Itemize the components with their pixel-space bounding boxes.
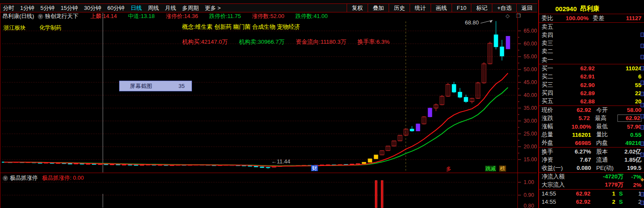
candle-body bbox=[104, 164, 108, 165]
event-badge-bang[interactable]: 榜 bbox=[499, 166, 506, 172]
price-axis-label: 35.00 bbox=[524, 105, 537, 111]
price-axis-label: 15.00 bbox=[524, 157, 537, 163]
tick-count: 1 bbox=[626, 190, 641, 197]
side-mini-icon[interactable] bbox=[641, 142, 644, 146]
signal-char-duo: 多 bbox=[446, 166, 451, 172]
side-mini-icon[interactable] bbox=[641, 114, 644, 118]
stat-value-2: 58.00 bbox=[619, 107, 642, 113]
side-mini-icon[interactable] bbox=[641, 66, 644, 70]
stat-label-1: 收益(一) bbox=[542, 164, 568, 172]
stat-label-1: 净资 bbox=[542, 156, 568, 164]
ask-row[interactable]: 卖四 bbox=[539, 31, 644, 39]
candle-body bbox=[38, 163, 42, 163]
side-mini-icon[interactable] bbox=[641, 192, 644, 196]
candle-body bbox=[110, 164, 114, 165]
side-mini-icon[interactable] bbox=[641, 33, 644, 37]
bid-row[interactable]: 买二62.916 bbox=[539, 72, 644, 81]
stat-row: 涨幅10.00%最低57.90 bbox=[539, 122, 644, 130]
bid-price: 62.90 bbox=[560, 82, 595, 88]
low-price-annotation: ←11.44 bbox=[271, 158, 291, 165]
bid-row[interactable]: 买四62.8922 bbox=[539, 89, 644, 97]
bid-label: 买三 bbox=[542, 81, 560, 89]
tick-row[interactable]: 14:5562.922S2 bbox=[539, 198, 644, 206]
moving-average-line bbox=[4, 87, 508, 166]
side-mini-icon[interactable] bbox=[641, 103, 644, 107]
tick-time: 14:55 bbox=[542, 199, 560, 205]
bid-volume: 20 bbox=[595, 98, 641, 105]
flow-percent: -7% bbox=[623, 174, 641, 180]
stat-value-1: 62.92 bbox=[568, 107, 591, 113]
bid-price: 62.91 bbox=[560, 73, 595, 80]
quote-panel: 002940 昂利康 委比100.00%委差11127卖五卖四卖三卖二卖一买一6… bbox=[538, 0, 644, 208]
candle-body bbox=[68, 164, 72, 164]
flow-value: 1779万 bbox=[576, 181, 623, 189]
ask-row[interactable]: 卖三 bbox=[539, 39, 644, 48]
side-mini-icon[interactable] bbox=[641, 201, 644, 205]
ask-label: 卖四 bbox=[542, 31, 560, 39]
side-mini-icon[interactable] bbox=[641, 81, 644, 85]
ask-label: 卖三 bbox=[542, 39, 560, 47]
stock-code: 002940 bbox=[555, 5, 577, 12]
candle-body bbox=[116, 164, 120, 165]
ask-row[interactable]: 卖二 bbox=[539, 48, 644, 56]
side-mini-icon[interactable] bbox=[641, 55, 644, 59]
bid-row[interactable]: 买三62.9055 bbox=[539, 81, 644, 89]
weibi-value: 100.00% bbox=[559, 15, 589, 21]
candle-body bbox=[98, 164, 102, 165]
side-mini-icon[interactable] bbox=[641, 153, 644, 157]
stat-label-1: 现价 bbox=[542, 106, 568, 114]
stat-row: 现价62.92今开58.00 bbox=[539, 106, 644, 114]
candle-body bbox=[494, 35, 498, 47]
moving-average-line bbox=[4, 73, 508, 166]
candle-body bbox=[374, 155, 378, 159]
price-axis-label: 40.00 bbox=[524, 92, 537, 98]
stat-value-1: 7.67 bbox=[568, 157, 591, 163]
candle-body bbox=[266, 167, 270, 168]
bid-label: 买二 bbox=[542, 73, 560, 81]
candle-body bbox=[74, 163, 78, 164]
stat-value-1: 116201 bbox=[568, 132, 591, 138]
tick-side: S bbox=[615, 199, 626, 205]
event-badge-tiaojian[interactable]: 跳减 bbox=[485, 166, 496, 172]
side-mini-icon[interactable] bbox=[641, 44, 644, 48]
stat-value-2: 0.55 bbox=[619, 132, 642, 138]
chevron-down-icon[interactable]: v bbox=[3, 175, 8, 181]
weicha-value: 11127 bbox=[612, 15, 642, 21]
candle-body bbox=[506, 36, 510, 49]
bid-row[interactable]: 买五62.8820 bbox=[539, 97, 644, 106]
candle-body bbox=[122, 165, 126, 165]
bid-volume: 11024 bbox=[595, 65, 641, 72]
stat-value-1: 0.080 bbox=[568, 165, 591, 171]
event-badge-cai[interactable]: 财 bbox=[311, 165, 318, 171]
candle-body bbox=[254, 166, 258, 167]
price-axis-label: 25.00 bbox=[524, 131, 537, 137]
sub-axis-label: 0.90 bbox=[524, 192, 534, 198]
bid-row[interactable]: 买一62.9211024 bbox=[539, 64, 644, 72]
stat-label-2: 流通 bbox=[596, 156, 619, 164]
trading-terminal: 分时1分钟5分钟15分钟30分钟60分钟日线周线月线多周期更多 > 复权叠加历史… bbox=[0, 0, 644, 208]
stat-value-2: 62.92 bbox=[617, 115, 642, 122]
stat-row: 净资7.67流通1.85亿 bbox=[539, 156, 644, 164]
flow-row: 净流入额-4720万-7% bbox=[539, 173, 644, 181]
tick-time: 14:55 bbox=[542, 190, 560, 197]
price-axis-label: 20.00 bbox=[524, 144, 537, 150]
side-mini-icon[interactable] bbox=[641, 125, 644, 130]
candle-body bbox=[356, 164, 360, 164]
ask-row[interactable]: 卖一 bbox=[539, 56, 644, 64]
sub-indicator-name: 极品抓涨停 bbox=[10, 174, 38, 182]
screenshot-countdown-box: 屏幕截图 35 bbox=[119, 81, 192, 91]
stock-header[interactable]: 002940 昂利康 bbox=[539, 3, 644, 14]
price-axis-label: 55.00 bbox=[524, 54, 537, 60]
tick-row[interactable]: 14:5562.921S1 bbox=[539, 190, 644, 198]
candle-body bbox=[368, 159, 372, 162]
candle-body bbox=[452, 84, 456, 92]
bid-label: 买五 bbox=[542, 97, 560, 105]
side-mini-icon[interactable] bbox=[641, 92, 644, 96]
weibi-row: 委比100.00%委差11127 bbox=[539, 14, 644, 22]
sub-indicator-value: 极品抓涨停: 0.00 bbox=[42, 174, 84, 182]
stat-value-1: 6.27% bbox=[568, 148, 591, 155]
ask-row[interactable]: 卖五 bbox=[539, 23, 644, 31]
stat-label-1: 换手 bbox=[542, 148, 568, 156]
stat-label-2: 最低 bbox=[596, 123, 619, 130]
flow-label: 净流入额 bbox=[542, 173, 576, 181]
